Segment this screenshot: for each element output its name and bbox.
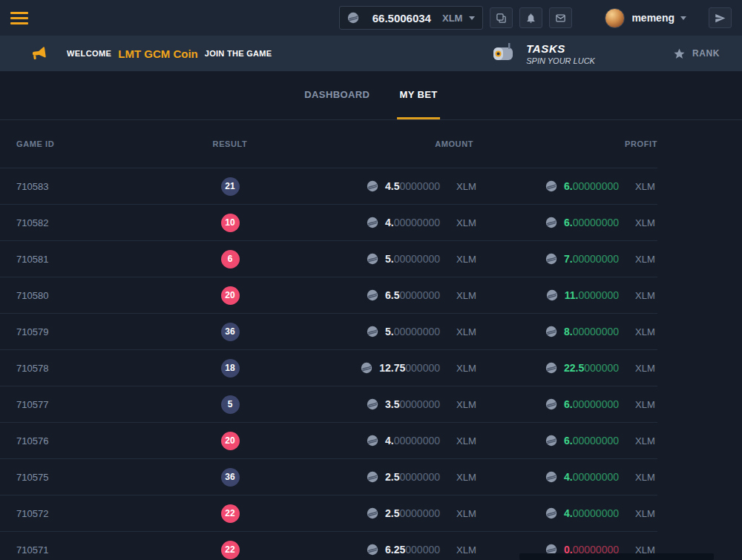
- bet-table-body: 710583 21 4.50000000 XLM 6.00000000 XLM …: [0, 168, 657, 560]
- coin-icon: [367, 289, 378, 301]
- profit-strong: 22.5: [564, 362, 584, 374]
- amount-strong: 2.5: [385, 471, 399, 483]
- coin-icon: [367, 471, 378, 483]
- profit-cell: 6.00000000 XLM: [479, 435, 657, 447]
- amount-currency: XLM: [456, 290, 479, 301]
- amount-currency: XLM: [456, 435, 479, 447]
- profit-currency: XLM: [635, 326, 657, 337]
- result-badge: 20: [221, 432, 240, 450]
- table-row: 710577 5 3.50000000 XLM 6.00000000 XLM: [0, 386, 657, 422]
- username[interactable]: memeng: [631, 12, 674, 24]
- result-badge: 6: [221, 250, 240, 269]
- amount-currency: XLM: [456, 508, 479, 519]
- horizontal-scrollbar[interactable]: [519, 553, 714, 560]
- profit-strong: 4.: [564, 507, 573, 519]
- column-header-profit: PROFIT: [479, 139, 657, 148]
- coin-icon: [367, 435, 378, 447]
- result-badge: 36: [221, 323, 240, 341]
- profit-cell: 6.00000000 XLM: [479, 180, 657, 192]
- profit-dim: 00000000: [573, 435, 619, 447]
- profit-strong: 7.: [564, 253, 573, 265]
- top-bar: 66.5006034 XLM memeng: [0, 0, 742, 36]
- copy-icon: [496, 13, 507, 24]
- amount-strong: 5.: [385, 326, 394, 337]
- coin-icon: [545, 471, 557, 483]
- tab-dashboard[interactable]: DASHBOARD: [302, 71, 372, 119]
- coin-icon: [545, 180, 557, 192]
- menu-icon[interactable]: [10, 12, 28, 24]
- result-badge: 21: [221, 177, 240, 196]
- game-id: 710581: [0, 254, 186, 265]
- coin-icon: [367, 398, 378, 410]
- coin-icon: [367, 544, 378, 556]
- profit-strong: 11.: [565, 289, 579, 301]
- rank-widget[interactable]: RANK: [673, 47, 720, 60]
- coin-icon: [367, 507, 378, 519]
- coin-icon: [545, 253, 557, 265]
- coin-icon: [545, 398, 557, 410]
- amount-currency: XLM: [456, 363, 479, 374]
- profit-cell: 11.0000000 XLM: [479, 289, 657, 301]
- amount-dim: 00000000: [394, 326, 440, 337]
- coin-icon: [545, 435, 557, 447]
- profit-cell: 4.00000000 XLM: [479, 507, 657, 519]
- profit-strong: 6.: [564, 217, 573, 228]
- amount-cell: 4.00000000 XLM: [275, 435, 479, 447]
- amount-cell: 6.25000000 XLM: [275, 544, 479, 556]
- coin-icon: [545, 362, 557, 374]
- profit-currency: XLM: [635, 290, 657, 301]
- amount-strong: 6.5: [385, 289, 399, 301]
- game-id: 710571: [0, 544, 186, 556]
- amount-cell: 5.00000000 XLM: [275, 253, 479, 265]
- chevron-down-icon: [469, 16, 475, 20]
- profit-currency: XLM: [635, 181, 657, 192]
- profit-cell: 6.00000000 XLM: [479, 398, 657, 410]
- chat-button[interactable]: [709, 7, 732, 28]
- messages-button[interactable]: [549, 7, 572, 28]
- copy-button[interactable]: [490, 7, 513, 28]
- mailbox-icon: [487, 42, 517, 65]
- balance-selector[interactable]: 66.5006034 XLM: [339, 6, 484, 30]
- game-id: 710582: [0, 217, 186, 228]
- bet-table-header: GAME ID RESULT AMOUNT PROFIT: [0, 120, 657, 168]
- coin-icon: [546, 289, 558, 301]
- megaphone-icon: [30, 45, 47, 62]
- column-header-game-id: GAME ID: [0, 139, 186, 148]
- profit-strong: 8.: [564, 326, 573, 337]
- profit-strong: 4.: [564, 471, 573, 483]
- amount-strong: 4.: [385, 217, 394, 228]
- coin-icon: [367, 180, 378, 192]
- profit-dim: 00000000: [573, 253, 619, 265]
- amount-currency: XLM: [456, 254, 479, 265]
- amount-cell: 3.50000000 XLM: [275, 398, 479, 410]
- tasks-widget[interactable]: TASKS SPIN YOUR LUCK: [487, 42, 595, 65]
- chevron-down-icon[interactable]: [680, 16, 686, 20]
- result-badge: 22: [221, 541, 240, 559]
- avatar[interactable]: [605, 8, 625, 28]
- coin-icon: [367, 326, 378, 337]
- profit-cell: 22.5000000 XLM: [479, 362, 657, 374]
- amount-cell: 6.50000000 XLM: [275, 289, 479, 301]
- welcome-suffix: JOIN THE GAME: [205, 49, 272, 58]
- amount-currency: XLM: [456, 181, 479, 192]
- result-badge: 5: [221, 395, 240, 414]
- tasks-title: TASKS: [526, 42, 595, 55]
- welcome-prefix: WELCOME: [67, 49, 111, 58]
- game-id: 710576: [0, 435, 186, 447]
- amount-dim: 0000000: [399, 398, 440, 410]
- coin-icon: [361, 362, 372, 374]
- amount-dim: 000000: [405, 362, 440, 374]
- coin-icon: [347, 12, 359, 24]
- profit-cell: 4.00000000 XLM: [479, 471, 657, 483]
- profit-cell: 6.00000000 XLM: [479, 217, 657, 228]
- tab-my-bet[interactable]: MY BET: [397, 71, 439, 119]
- amount-strong: 3.5: [385, 398, 399, 410]
- profit-currency: XLM: [635, 435, 657, 447]
- profit-dim: 000000: [584, 362, 619, 374]
- amount-currency: XLM: [456, 217, 479, 228]
- amount-dim: 0000000: [399, 507, 440, 519]
- coin-icon: [545, 326, 557, 337]
- amount-currency: XLM: [456, 544, 479, 556]
- notifications-button[interactable]: [519, 7, 542, 28]
- profit-dim: 0000000: [578, 289, 619, 301]
